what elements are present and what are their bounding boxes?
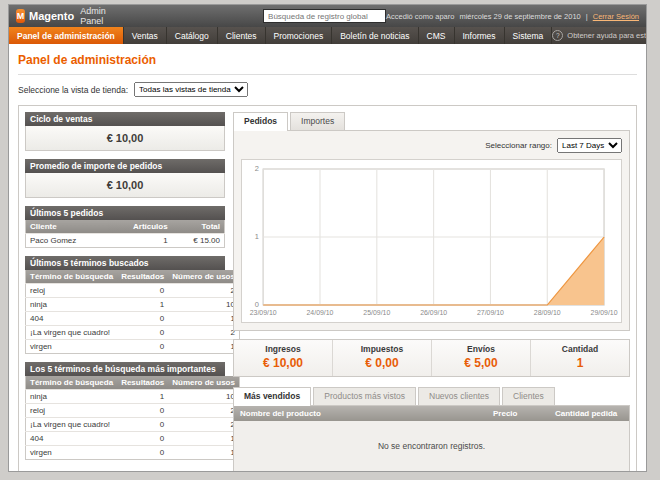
table-row[interactable]: Paco Gomez1€ 15.00 <box>26 234 225 248</box>
table-row[interactable]: ninja110 <box>26 390 240 404</box>
column-header: Número de usos <box>168 270 239 284</box>
content-area: Panel de administración Seleccione la vi… <box>9 44 646 472</box>
orders-amounts-tabs: PedidosImportes <box>233 112 630 130</box>
column-header: Resultados <box>117 270 168 284</box>
column-header: Cliente <box>26 220 108 234</box>
products-grid-header: Nombre del productoPrecioCantidad pedida <box>234 406 629 421</box>
global-search-input[interactable] <box>263 9 386 23</box>
svg-text:2: 2 <box>255 165 259 174</box>
nav-item-clientes[interactable]: Clientes <box>218 27 266 44</box>
orders-chart-svg: 01223/09/1024/09/1025/09/1026/09/1027/09… <box>244 162 619 320</box>
table-row[interactable]: virgen01 <box>26 340 240 354</box>
svg-text:24/09/10: 24/09/10 <box>307 309 334 316</box>
store-view-label: Seleccione la vista de tienda: <box>18 85 128 95</box>
help-icon: ? <box>552 30 563 41</box>
totals-row: Ingresos€ 10,00Impuestos€ 0,00Envíos€ 5,… <box>233 339 630 377</box>
stat-ingresos: Ingresos€ 10,00 <box>234 340 332 376</box>
logo-text: Magento <box>29 10 74 22</box>
logout-link[interactable]: Cerrar Sesión <box>593 12 639 21</box>
separator: | <box>586 12 588 21</box>
header-user-area: Accedió como aparo miércoles 29 de septi… <box>386 12 639 21</box>
last-search-card: Últimos 5 términos buscados Término de b… <box>25 256 225 354</box>
orders-chart: 01223/09/1024/09/1025/09/1026/09/1027/09… <box>244 162 619 320</box>
table-row[interactable]: 40401 <box>26 432 240 446</box>
column-header: Cantidad pedida <box>549 406 629 421</box>
tab-productos-mas-vistos[interactable]: Productos más vistos <box>313 387 416 405</box>
tab-clientes[interactable]: Clientes <box>502 387 555 405</box>
empty-records-message: No se encontraron registros. <box>234 421 629 471</box>
tab-pedidos[interactable]: Pedidos <box>233 112 288 131</box>
nav-item-cms[interactable]: CMS <box>419 27 455 44</box>
nav-item-ventas[interactable]: Ventas <box>124 27 167 44</box>
table-row[interactable]: ¡La virgen que cuadro!02 <box>26 326 240 340</box>
nav-item-promociones[interactable]: Promociones <box>266 27 333 44</box>
stat-value: € 10,00 <box>234 356 332 370</box>
column-header: Nombre del producto <box>234 406 487 421</box>
table-row[interactable]: virgen01 <box>26 446 240 460</box>
card-title: Últimos 5 términos buscados <box>25 256 225 270</box>
stat-label: Impuestos <box>333 344 431 354</box>
nav-item-boletin-de-noticias[interactable]: Boletín de noticias <box>332 27 418 44</box>
dashboard-container: Ciclo de ventas € 10,00 Promedio de impo… <box>18 105 637 472</box>
column-header: Término de búsqueda <box>26 270 118 284</box>
stat-cantidad: Cantidad1 <box>530 340 629 376</box>
store-view-select[interactable]: Todas las vistas de tienda <box>134 82 248 97</box>
current-date: miércoles 29 de septiembre de 2010 <box>459 12 580 21</box>
dashboard-right-column: PedidosImportes Seleccionar rango: Last … <box>233 112 630 472</box>
products-grid: Nombre del productoPrecioCantidad pedida… <box>233 405 630 472</box>
table-row[interactable]: ninja110 <box>26 298 240 312</box>
magento-logo: M Magento Admin Panel <box>16 6 113 26</box>
last-orders-table: ClienteArtículosTotalPaco Gomez1€ 15.00 <box>25 220 225 248</box>
top-search-card: Los 5 términos de búsqueda más important… <box>25 362 225 460</box>
svg-text:29/09/10: 29/09/10 <box>591 309 618 316</box>
average-order-card: Promedio de importe de pedidos € 10,00 <box>25 159 225 198</box>
stat-envios: Envíos€ 5,00 <box>431 340 530 376</box>
stat-impuestos: Impuestos€ 0,00 <box>332 340 431 376</box>
chart-panel: Seleccionar rango: Last 7 Days 01223/09/… <box>233 130 630 331</box>
column-header: Total <box>172 220 225 234</box>
table-row[interactable]: reloj02 <box>26 404 240 418</box>
last-search-table: Término de búsquedaResultadosNúmero de u… <box>25 270 225 354</box>
card-title: Promedio de importe de pedidos <box>25 159 225 173</box>
range-select[interactable]: Last 7 Days <box>557 138 622 153</box>
help-link[interactable]: ? Obtener ayuda para esta página <box>552 27 647 44</box>
table-row[interactable]: 40401 <box>26 312 240 326</box>
table-row[interactable]: reloj02 <box>26 284 240 298</box>
header: M Magento Admin Panel Accedió como aparo… <box>9 5 646 27</box>
table-row[interactable]: ¡La virgen que cuadro!02 <box>26 418 240 432</box>
logo-subtitle: Admin Panel <box>80 6 113 26</box>
svg-text:28/09/10: 28/09/10 <box>534 309 561 316</box>
column-header: Número de usos <box>168 376 239 390</box>
nav-list: Panel de administraciónVentasCatálogoCli… <box>9 27 552 44</box>
tab-mas-vendidos[interactable]: Más vendidos <box>233 387 311 406</box>
svg-text:26/09/10: 26/09/10 <box>420 309 447 316</box>
logged-in-as: Accedió como aparo <box>386 12 454 21</box>
nav-item-panel-de-administracion[interactable]: Panel de administración <box>9 27 124 44</box>
range-selector-row: Seleccionar rango: Last 7 Days <box>241 138 622 153</box>
stat-label: Cantidad <box>531 344 629 354</box>
column-header: Precio <box>487 406 549 421</box>
admin-page: M Magento Admin Panel Accedió como aparo… <box>8 4 647 472</box>
help-label: Obtener ayuda para esta página <box>567 31 647 40</box>
chart-box: 01223/09/1024/09/1025/09/1026/09/1027/09… <box>241 159 622 323</box>
card-value: € 10,00 <box>25 173 225 198</box>
stat-label: Ingresos <box>234 344 332 354</box>
svg-text:23/09/10: 23/09/10 <box>250 309 277 316</box>
tab-nuevos-clientes[interactable]: Nuevos clientes <box>418 387 500 405</box>
column-header: Artículos <box>108 220 172 234</box>
nav-item-informes[interactable]: Informes <box>455 27 505 44</box>
range-label: Seleccionar rango: <box>485 141 552 150</box>
stat-value: 1 <box>531 356 629 370</box>
card-title: Últimos 5 pedidos <box>25 206 225 220</box>
sales-cycle-card: Ciclo de ventas € 10,00 <box>25 112 225 151</box>
stat-value: € 0,00 <box>333 356 431 370</box>
svg-text:1: 1 <box>255 233 259 242</box>
stat-label: Envíos <box>432 344 530 354</box>
tab-importes[interactable]: Importes <box>290 112 345 130</box>
nav-item-sistema[interactable]: Sistema <box>505 27 553 44</box>
svg-text:25/09/10: 25/09/10 <box>363 309 390 316</box>
nav-item-catalogo[interactable]: Catálogo <box>167 27 218 44</box>
top-search-table: Término de búsquedaResultadosNúmero de u… <box>25 376 225 460</box>
stat-value: € 5,00 <box>432 356 530 370</box>
magento-logo-icon: M <box>16 9 25 23</box>
